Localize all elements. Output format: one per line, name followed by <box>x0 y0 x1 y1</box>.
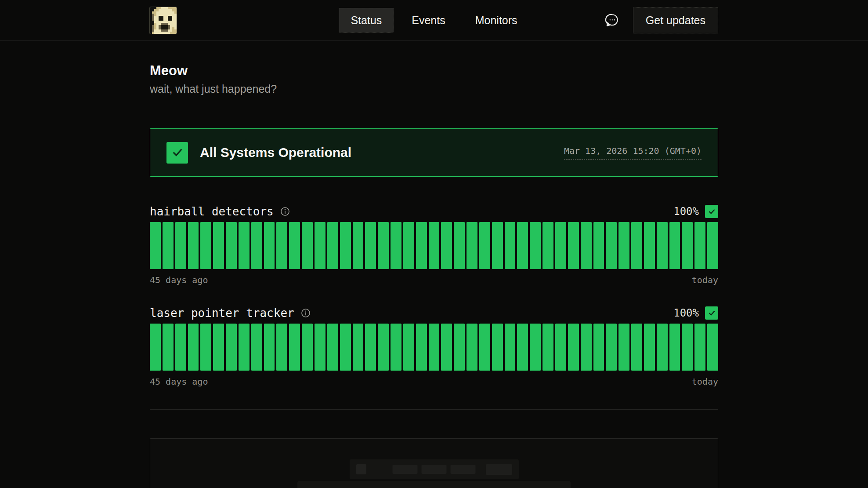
uptime-bar-operational[interactable] <box>200 222 211 269</box>
uptime-bar-operational[interactable] <box>517 324 528 371</box>
uptime-bar-operational[interactable] <box>213 324 224 371</box>
uptime-bar-operational[interactable] <box>505 222 516 269</box>
uptime-bar-operational[interactable] <box>517 222 528 269</box>
uptime-bar-operational[interactable] <box>315 324 326 371</box>
uptime-bar-operational[interactable] <box>163 222 174 269</box>
uptime-bar-operational[interactable] <box>505 324 516 371</box>
uptime-bar-operational[interactable] <box>239 324 250 371</box>
uptime-bar-operational[interactable] <box>606 324 617 371</box>
uptime-bar-operational[interactable] <box>391 222 401 269</box>
info-icon[interactable] <box>280 206 290 217</box>
uptime-bar-operational[interactable] <box>669 324 680 371</box>
uptime-bar-chart[interactable] <box>150 222 718 269</box>
uptime-bar-operational[interactable] <box>568 222 579 269</box>
uptime-bar-operational[interactable] <box>542 222 553 269</box>
uptime-bar-operational[interactable] <box>492 324 503 371</box>
uptime-bar-operational[interactable] <box>694 324 705 371</box>
info-icon[interactable] <box>300 308 311 318</box>
uptime-bar-operational[interactable] <box>353 324 364 371</box>
uptime-bar-operational[interactable] <box>264 222 275 269</box>
uptime-bar-operational[interactable] <box>226 222 237 269</box>
tab-monitors[interactable]: Monitors <box>463 8 529 33</box>
uptime-bar-operational[interactable] <box>707 324 718 371</box>
uptime-bar-operational[interactable] <box>200 324 211 371</box>
uptime-bar-operational[interactable] <box>454 222 465 269</box>
uptime-bar-operational[interactable] <box>593 324 604 371</box>
uptime-bar-operational[interactable] <box>467 324 477 371</box>
uptime-bar-operational[interactable] <box>251 222 262 269</box>
uptime-bar-operational[interactable] <box>403 222 414 269</box>
uptime-bar-operational[interactable] <box>340 222 351 269</box>
uptime-bar-operational[interactable] <box>682 324 693 371</box>
uptime-bar-operational[interactable] <box>163 324 174 371</box>
uptime-bar-operational[interactable] <box>327 324 338 371</box>
uptime-bar-operational[interactable] <box>378 222 389 269</box>
uptime-bar-operational[interactable] <box>555 222 566 269</box>
uptime-bar-operational[interactable] <box>289 324 300 371</box>
uptime-bar-operational[interactable] <box>530 222 541 269</box>
uptime-bar-operational[interactable] <box>213 222 224 269</box>
uptime-bar-operational[interactable] <box>441 222 452 269</box>
uptime-bar-operational[interactable] <box>150 324 161 371</box>
uptime-bar-operational[interactable] <box>694 222 705 269</box>
tab-events[interactable]: Events <box>400 8 457 33</box>
status-timestamp[interactable]: Mar 13, 2026 15:20 (GMT+0) <box>564 146 702 160</box>
tab-status[interactable]: Status <box>339 8 394 33</box>
uptime-bar-operational[interactable] <box>239 222 250 269</box>
uptime-bar-operational[interactable] <box>631 324 642 371</box>
uptime-bar-operational[interactable] <box>429 324 440 371</box>
uptime-bar-operational[interactable] <box>441 324 452 371</box>
uptime-bar-operational[interactable] <box>188 222 199 269</box>
uptime-bar-operational[interactable] <box>403 324 414 371</box>
uptime-bar-operational[interactable] <box>606 222 617 269</box>
uptime-bar-operational[interactable] <box>555 324 566 371</box>
uptime-bar-operational[interactable] <box>657 324 668 371</box>
uptime-bar-operational[interactable] <box>581 222 592 269</box>
uptime-bar-operational[interactable] <box>188 324 199 371</box>
uptime-bar-operational[interactable] <box>416 222 427 269</box>
uptime-bar-operational[interactable] <box>707 222 718 269</box>
uptime-bar-operational[interactable] <box>644 222 655 269</box>
uptime-bar-operational[interactable] <box>581 324 592 371</box>
uptime-bar-operational[interactable] <box>530 324 541 371</box>
uptime-bar-operational[interactable] <box>416 324 427 371</box>
uptime-bar-operational[interactable] <box>391 324 401 371</box>
uptime-bar-operational[interactable] <box>644 324 655 371</box>
uptime-bar-operational[interactable] <box>467 222 477 269</box>
uptime-bar-operational[interactable] <box>479 222 490 269</box>
uptime-bar-operational[interactable] <box>682 222 693 269</box>
uptime-bar-operational[interactable] <box>276 222 287 269</box>
uptime-bar-operational[interactable] <box>479 324 490 371</box>
uptime-bar-operational[interactable] <box>657 222 668 269</box>
uptime-bar-operational[interactable] <box>454 324 465 371</box>
uptime-bar-operational[interactable] <box>251 324 262 371</box>
uptime-bar-operational[interactable] <box>315 222 326 269</box>
uptime-bar-chart[interactable] <box>150 324 718 371</box>
uptime-bar-operational[interactable] <box>289 222 300 269</box>
uptime-bar-operational[interactable] <box>618 324 629 371</box>
uptime-bar-operational[interactable] <box>631 222 642 269</box>
uptime-bar-operational[interactable] <box>150 222 161 269</box>
uptime-bar-operational[interactable] <box>276 324 287 371</box>
uptime-bar-operational[interactable] <box>669 222 680 269</box>
uptime-bar-operational[interactable] <box>492 222 503 269</box>
uptime-bar-operational[interactable] <box>593 222 604 269</box>
uptime-bar-operational[interactable] <box>378 324 389 371</box>
uptime-bar-operational[interactable] <box>340 324 351 371</box>
uptime-bar-operational[interactable] <box>264 324 275 371</box>
uptime-bar-operational[interactable] <box>302 324 313 371</box>
uptime-bar-operational[interactable] <box>327 222 338 269</box>
uptime-bar-operational[interactable] <box>175 222 186 269</box>
uptime-bar-operational[interactable] <box>365 222 376 269</box>
uptime-bar-operational[interactable] <box>568 324 579 371</box>
uptime-bar-operational[interactable] <box>618 222 629 269</box>
uptime-bar-operational[interactable] <box>365 324 376 371</box>
uptime-bar-operational[interactable] <box>302 222 313 269</box>
uptime-bar-operational[interactable] <box>175 324 186 371</box>
get-updates-button[interactable]: Get updates <box>633 7 718 33</box>
feedback-button[interactable] <box>602 11 622 30</box>
uptime-bar-operational[interactable] <box>542 324 553 371</box>
uptime-bar-operational[interactable] <box>226 324 237 371</box>
uptime-bar-operational[interactable] <box>353 222 364 269</box>
uptime-bar-operational[interactable] <box>429 222 440 269</box>
